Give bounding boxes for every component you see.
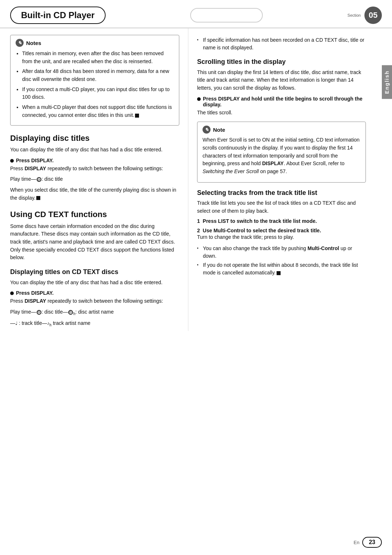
header-mid-decoration: [190, 8, 263, 23]
press-display-label: Press DISPLAY.: [16, 158, 54, 163]
turn-text: Turn to change the track title; press to…: [197, 233, 366, 241]
press-display-body-2: Press DISPLAY repeatedly to switch betwe…: [10, 297, 179, 305]
track-line: —♩ : track title—♪h track artist name: [10, 319, 179, 328]
page-number: 23: [369, 539, 375, 546]
press-display-label-2: Press DISPLAY.: [16, 290, 54, 296]
section-number-area: Section 05: [347, 7, 382, 24]
notes-title: Notes: [26, 40, 41, 46]
note-body: When Ever Scroll is set to ON at the ini…: [203, 136, 360, 175]
page-number-box: 23: [362, 537, 382, 548]
notes-header: ✎ Notes: [16, 39, 174, 47]
note-title: Note: [213, 127, 225, 133]
press-display-bullet-2: Press DISPLAY.: [10, 290, 179, 296]
scrolling-titles-heading: Scrolling titles in the display: [197, 58, 366, 66]
stop-icon: [135, 114, 139, 118]
press-display-hold-bullet: Press DISPLAY and hold until the title b…: [197, 96, 366, 107]
notes-item: If you connect a multi-CD player, you ca…: [22, 86, 174, 101]
step-2-label: 2 Use Multi-Control to select the desire…: [197, 228, 366, 233]
note-icon: ✎: [203, 126, 211, 134]
play-time-line-2: Play time—: disc title—h: disc artist na…: [10, 308, 179, 317]
notes-box: ✎ Notes Titles remain in memory, even af…: [10, 35, 179, 126]
selecting-bullet-1: You can also change the track title by p…: [197, 245, 366, 260]
stop-icon: [36, 196, 40, 200]
step-2: 2 Use Multi-Control to select the desire…: [197, 228, 366, 241]
section-label: Section: [347, 13, 361, 17]
using-cd-text-heading: Using CD TEXT functions: [10, 210, 179, 219]
disc-title-body: When you select disc title, the title of…: [10, 186, 179, 202]
right-column: If specific information has not been rec…: [188, 28, 366, 331]
press-display-hold-label: Press DISPLAY and hold until the title b…: [203, 96, 366, 107]
cd-icon: [37, 177, 41, 182]
selecting-tracks-body: Track title list lets you see the list o…: [197, 199, 366, 215]
right-top-bullet-list: If specific information has not been rec…: [197, 36, 366, 52]
selecting-tracks-bullets: You can also change the track title by p…: [197, 245, 366, 277]
note-box-header: ✎ Note: [203, 126, 360, 134]
notes-list: Titles remain in memory, even after the …: [16, 50, 174, 119]
stop-icon-2: [277, 271, 281, 275]
step-1-label: 1 Press LIST to switch to the track titl…: [197, 218, 366, 224]
note-box: ✎ Note When Ever Scroll is set to ON at …: [197, 122, 366, 182]
using-cd-text-body: Some discs have certain information enco…: [10, 223, 179, 262]
cd-icon-3: [68, 310, 73, 315]
titles-scroll-text: The titles scroll.: [197, 109, 366, 117]
cd-icon-2: [37, 310, 41, 315]
bullet-dot-icon-3: [197, 97, 201, 101]
main-content: ✎ Notes Titles remain in memory, even af…: [0, 28, 392, 331]
specific-info-text: If specific information has not been rec…: [203, 37, 364, 50]
notes-item: Titles remain in memory, even after the …: [22, 50, 174, 65]
displaying-titles-cd-body: You can display the title of any disc th…: [10, 279, 179, 287]
bullet-dot-icon-2: [10, 291, 14, 295]
press-display-bullet: Press DISPLAY.: [10, 158, 179, 163]
section-number: 05: [364, 7, 382, 24]
left-column: ✎ Notes Titles remain in memory, even af…: [10, 28, 188, 331]
language-tab: English: [382, 65, 392, 99]
selecting-bullet-2: If you do not operate the list within ab…: [197, 261, 366, 277]
selecting-tracks-heading: Selecting tracks from the track title li…: [197, 189, 366, 197]
scrolling-titles-body: This unit can display the first 14 lette…: [197, 69, 366, 92]
play-time-line: Play time—: disc title: [10, 175, 179, 183]
page-title: Built-in CD Player: [10, 7, 106, 24]
displaying-disc-titles-body: You can display the title of any disc th…: [10, 146, 179, 154]
en-label: En: [354, 540, 359, 545]
displaying-disc-titles-heading: Displaying disc titles: [10, 134, 179, 143]
right-bullet-item: If specific information has not been rec…: [197, 36, 366, 52]
press-display-body: Press DISPLAY repeatedly to switch betwe…: [10, 165, 179, 173]
bullet-dot-icon: [10, 159, 14, 163]
page-header: Built-in CD Player Section 05: [0, 0, 392, 28]
notes-item: After data for 48 discs has been stored …: [22, 68, 174, 83]
notes-icon: ✎: [16, 39, 24, 47]
displaying-titles-cd-subheading: Displaying titles on CD TEXT discs: [10, 268, 179, 276]
notes-item: When a multi-CD player that does not sup…: [22, 103, 174, 119]
step-1: 1 Press LIST to switch to the track titl…: [197, 218, 366, 224]
page-footer: En 23: [0, 537, 392, 548]
